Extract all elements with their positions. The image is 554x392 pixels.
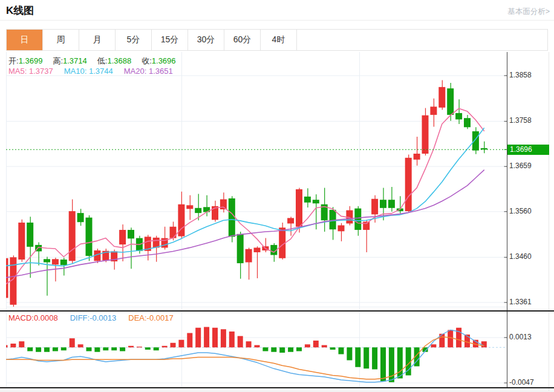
open-value: 1.3699 — [19, 56, 43, 65]
macd-value: MACD:0.0008 — [8, 313, 58, 322]
main-y-axis-label: 1.3858 — [509, 71, 548, 79]
ma-readout: MA5: 1.3737MA10: 1.3744MA20: 1.3651 — [8, 67, 173, 76]
ma20-readout: MA20: 1.3651 — [124, 67, 173, 76]
close-label: 收: — [142, 56, 152, 65]
low-label: 低: — [97, 56, 108, 65]
low-value: 1.3688 — [107, 56, 131, 65]
macd-y-axis-label: 0.0013 — [509, 333, 548, 341]
high-value: 1.3714 — [63, 56, 87, 65]
high-label: 高: — [53, 56, 63, 65]
macd-y-axis-label: -0.0047 — [509, 378, 548, 387]
ma5-readout: MA5: 1.3737 — [8, 67, 53, 76]
main-y-axis-label: 1.3460 — [509, 252, 548, 261]
close-value: 1.3696 — [152, 56, 176, 65]
ma10-readout: MA10: 1.3744 — [64, 67, 113, 76]
open-label: 开: — [8, 56, 19, 65]
main-y-axis-label: 1.3560 — [509, 207, 548, 215]
main-y-axis-label: 1.3659 — [509, 162, 548, 170]
ohlc-readout: 开:1.3699高:1.3714低:1.3688收:1.3696 — [8, 56, 186, 67]
dea-value: DEA:-0.0017 — [128, 313, 173, 322]
macd-readout: MACD:0.0008DIFF:-0.0013DEA:-0.0017 — [8, 313, 174, 322]
current-price-badge: 1.3696 — [507, 145, 549, 155]
diff-value: DIFF:-0.0013 — [70, 313, 117, 322]
main-y-axis-label: 1.3758 — [509, 116, 548, 125]
chart-bottom-border — [0, 387, 554, 388]
main-y-axis-label: 1.3361 — [509, 298, 548, 306]
footer-divider — [0, 391, 554, 391]
panel-separator — [0, 310, 554, 312]
